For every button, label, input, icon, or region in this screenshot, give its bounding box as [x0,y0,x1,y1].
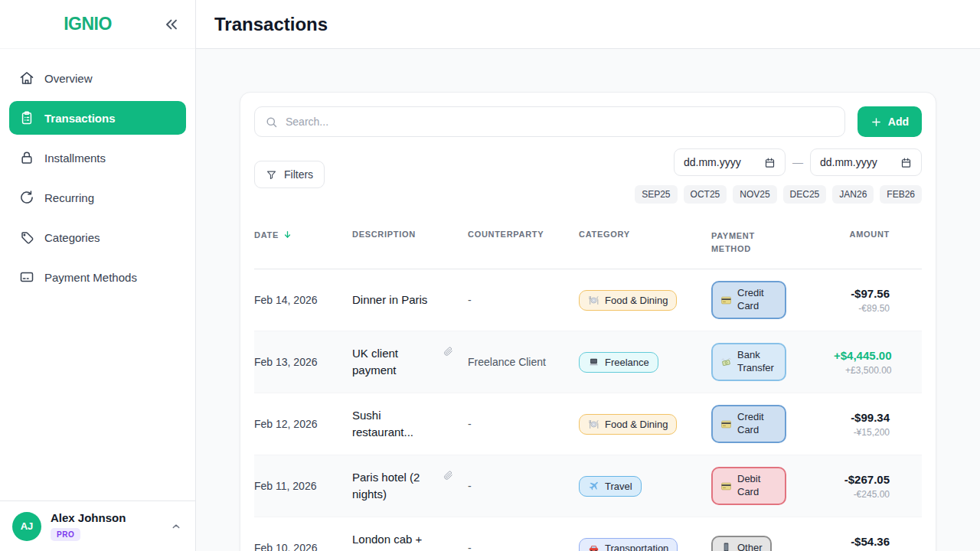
sidebar-item-label: Categories [44,231,100,244]
category-chip: Freelance [579,352,658,373]
amount-cell: -$99.34-¥15,200 [834,411,922,438]
lock-icon [19,150,34,165]
table-row[interactable]: Feb 13, 2026UK client paymentFreelance C… [254,331,922,393]
transaction-date: Feb 11, 2026 [254,480,352,492]
category-cell: Travel [579,476,711,497]
month-chip-dec25[interactable]: DEC25 [783,185,827,204]
amount-secondary: -€89.50 [834,303,890,314]
payment-method-chip: Credit Card [711,405,786,443]
amount-cell: +$4,445.00+£3,500.00 [834,349,924,376]
sidebar-item-categories[interactable]: Categories [9,220,186,254]
payment-method-cell: Bank Transfer [711,343,834,381]
transaction-description: UK client payment [352,345,468,379]
chevron-up-icon [169,520,183,533]
category-chip: Food & Dining [579,290,677,311]
sidebar-nav: OverviewTransactionsInstallmentsRecurrin… [0,49,195,306]
amount-primary: -$99.34 [834,411,890,424]
add-button[interactable]: Add [858,106,922,137]
plus-icon [871,116,882,128]
month-chip-oct25[interactable]: OCT25 [684,185,727,204]
sidebar-item-transactions[interactable]: Transactions [9,101,186,135]
search-icon [265,116,278,129]
car-icon [588,543,599,551]
transaction-description: Paris hotel (2 nights) [352,469,468,503]
table-row[interactable]: Feb 10, 2026London cab + lunch-Transport… [254,517,922,551]
transaction-counterparty: - [468,292,552,308]
month-chip-jan26[interactable]: JAN26 [832,185,874,204]
sidebar-item-label: Transactions [44,112,116,125]
transaction-counterparty: - [468,540,552,551]
amount-cell: -$54.36-£42.80 [834,535,922,551]
filters-button-label: Filters [284,168,313,181]
main-area: Transactions Add [196,0,980,551]
food-icon [588,295,599,306]
card-icon [720,295,732,306]
month-chip-feb26[interactable]: FEB26 [880,185,922,204]
table-row[interactable]: Feb 12, 2026Sushi restaurant...-Food & D… [254,393,922,455]
date-to-value: dd.mm.yyyy [820,156,877,168]
column-header-amount[interactable]: AMOUNT [834,230,922,239]
transaction-date: Feb 13, 2026 [254,356,352,368]
chevrons-left-icon [162,15,181,34]
sidebar-item-recurring[interactable]: Recurring [9,181,186,214]
home-icon [19,70,34,86]
date-range: dd.mm.yyyy — dd.mm.yyyy [674,148,922,176]
filters-row: Filters dd.mm.yyyy — [254,148,922,204]
payment-method-cell: Other [711,536,834,551]
category-cell: Freelance [579,352,711,373]
category-cell: Food & Dining [579,290,711,311]
refresh-icon [19,190,34,205]
sidebar-header: IGNIO [0,0,195,49]
laptop-icon [588,357,599,368]
tag-icon [19,230,34,245]
payment-method-chip: Other [711,536,772,551]
column-header-counterparty[interactable]: COUNTERPARTY [468,230,579,239]
amount-primary: -$267.05 [834,473,890,486]
user-menu[interactable]: AJ Alex Johnson PRO [0,500,195,551]
sidebar-item-payment-methods[interactable]: Payment Methods [9,260,186,294]
table-header: DATEDESCRIPTIONCOUNTERPARTYCATEGORYPAYME… [254,217,922,269]
table-row[interactable]: Feb 14, 2026Dinner in Paris-Food & Dinin… [254,269,922,331]
sidebar-item-installments[interactable]: Installments [9,141,186,174]
date-from-value: dd.mm.yyyy [684,156,741,168]
calendar-icon [764,157,776,168]
payment-method-chip: Debit Card [711,467,786,505]
date-to-input[interactable]: dd.mm.yyyy [810,148,922,176]
payment-method-chip: Bank Transfer [711,343,786,381]
food-icon [588,419,599,430]
sidebar-collapse-button[interactable] [162,15,181,34]
user-name: Alex Johnson [51,511,126,524]
transaction-counterparty: Freelance Client [468,354,552,370]
add-button-label: Add [888,116,909,128]
month-chips: SEP25OCT25NOV25DEC25JAN26FEB26 [635,185,922,204]
payment-method-chip: Credit Card [711,281,786,319]
credit-card-icon [19,269,34,285]
clipboard-icon [19,110,34,126]
date-from-input[interactable]: dd.mm.yyyy [674,148,786,176]
date-filters: dd.mm.yyyy — dd.mm.yyyy [635,148,922,204]
amount-primary: -$97.56 [834,287,890,300]
date-range-separator: — [792,156,803,168]
column-header-payment-method[interactable]: PAYMENT METHOD [711,230,834,255]
table-body: Feb 14, 2026Dinner in Paris-Food & Dinin… [254,269,922,551]
column-header-date[interactable]: DATE [254,230,352,240]
money-wings-icon [720,357,732,368]
month-chip-nov25[interactable]: NOV25 [733,185,776,204]
avatar: AJ [12,512,41,541]
amount-cell: -$97.56-€89.50 [834,287,922,314]
funnel-icon [266,169,277,181]
amount-primary: -$54.36 [834,535,890,548]
filters-button[interactable]: Filters [254,161,325,188]
column-header-description[interactable]: DESCRIPTION [352,230,468,239]
sidebar: IGNIO OverviewTransactionsInstallmentsRe… [0,0,196,551]
sidebar-item-overview[interactable]: Overview [9,61,186,95]
transaction-counterparty: - [468,478,552,494]
table-row[interactable]: Feb 11, 2026Paris hotel (2 nights)-Trave… [254,455,922,517]
column-header-category[interactable]: CATEGORY [579,230,711,239]
card-icon [720,419,732,430]
page-title: Transactions [214,14,328,35]
transaction-description: Dinner in Paris [352,292,468,308]
transactions-card: Add Filters dd.mm.yyyy [240,92,936,551]
search-input[interactable] [286,116,835,128]
month-chip-sep25[interactable]: SEP25 [635,185,677,204]
